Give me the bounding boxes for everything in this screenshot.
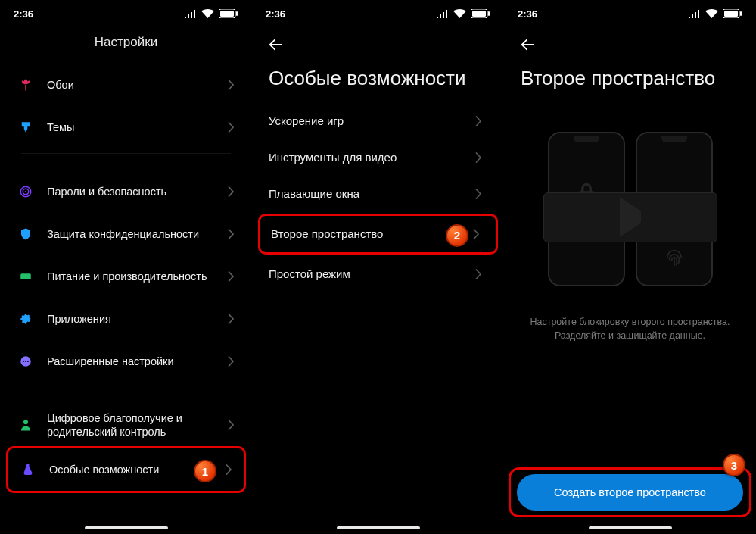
special-item-label: Ускорение игр [269, 114, 475, 127]
special-item-label: Простой режим [269, 267, 475, 280]
step-badge-2: 2 [446, 224, 468, 247]
bolt-icon [15, 270, 36, 283]
svg-rect-17 [740, 11, 742, 16]
special-item-floating[interactable]: Плавающие окна [252, 176, 504, 212]
chevron-right-icon [475, 152, 487, 163]
hint-text: Настройте блокировку второго пространств… [518, 315, 742, 342]
special-item-game-boost[interactable]: Ускорение игр [252, 103, 504, 139]
settings-item-label: Питание и производительность [47, 270, 225, 283]
svg-rect-2 [236, 11, 238, 16]
back-button[interactable] [266, 35, 285, 55]
status-time: 2:36 [518, 8, 537, 20]
special-item-label: Плавающие окна [269, 187, 475, 200]
settings-item-label: Защита конфиденциальности [47, 227, 225, 241]
battery-icon [723, 9, 742, 18]
transfer-arrow-icon [620, 211, 641, 224]
status-time: 2:36 [266, 8, 285, 20]
person-icon [15, 418, 36, 432]
special-item-simple-mode[interactable]: Простой режим [252, 256, 504, 292]
phone-screen-2: 2:36 Особые возможности Ускорение игрИнс… [252, 0, 504, 534]
battery-icon [471, 9, 490, 18]
wifi-icon [453, 9, 466, 18]
chevron-right-icon [225, 356, 237, 367]
statusbar: 2:36 [252, 0, 504, 27]
settings-item-more[interactable]: Расширенные настройки [6, 340, 246, 383]
signal-icon [689, 9, 701, 18]
home-indicator [85, 526, 168, 529]
chevron-right-icon [475, 116, 487, 126]
settings-item-label: Цифровое благополучие и родительский кон… [47, 411, 225, 439]
svg-rect-16 [724, 11, 738, 17]
settings-item-themes[interactable]: Темы [6, 106, 246, 148]
home-indicator [337, 526, 420, 529]
settings-item-privacy[interactable]: Защита конфиденциальности [6, 213, 246, 255]
chevron-right-icon [475, 189, 487, 199]
special-item-video-tools[interactable]: Инструменты для видео [252, 139, 504, 176]
settings-item-label: Расширенные настройки [47, 354, 225, 368]
svg-point-11 [23, 420, 28, 424]
step-badge-3: 3 [723, 454, 745, 476]
settings-item-wellbeing[interactable]: Цифровое благополучие и родительский кон… [6, 404, 246, 446]
svg-rect-6 [20, 273, 31, 279]
signal-icon [437, 9, 449, 18]
target-icon [15, 185, 36, 198]
svg-point-9 [25, 361, 26, 362]
gear-icon [15, 312, 36, 326]
chevron-right-icon [225, 314, 237, 324]
chevron-right-icon [225, 271, 237, 282]
create-second-space-button[interactable]: Создать второе пространство [517, 474, 743, 511]
settings-item-battery-perf[interactable]: Питание и производительность [6, 255, 246, 298]
settings-item-label: Темы [47, 120, 225, 134]
tulip-icon [15, 78, 36, 92]
svg-point-8 [23, 361, 24, 362]
chevron-right-icon [473, 229, 485, 239]
dots-icon [15, 354, 36, 368]
svg-point-5 [25, 191, 26, 192]
page-title: Второе пространство [504, 62, 756, 103]
home-indicator [589, 526, 672, 529]
svg-rect-13 [472, 11, 486, 17]
settings-item-apps[interactable]: Приложения [6, 298, 246, 340]
composite-screenshot: 2:36 Настройки ОбоиТемыПароли и безопасн… [0, 0, 756, 534]
chevron-right-icon [225, 186, 237, 197]
page-title: Настройки [0, 27, 252, 64]
chevron-right-icon [225, 80, 237, 90]
brush-icon [15, 120, 36, 134]
phone-screen-1: 2:36 Настройки ОбоиТемыПароли и безопасн… [0, 0, 252, 534]
highlight-frame: Создать второе пространство [509, 467, 751, 517]
fingerprint-icon [664, 247, 685, 271]
chevron-right-icon [225, 229, 237, 239]
special-item-label: Инструменты для видео [269, 151, 475, 164]
settings-item-security[interactable]: Пароли и безопасность [6, 170, 246, 213]
chevron-right-icon [475, 269, 487, 279]
wifi-icon [201, 9, 214, 18]
settings-item-special[interactable]: Особые возможности1 [6, 446, 246, 493]
chevron-right-icon [222, 464, 235, 475]
settings-item-label: Пароли и безопасность [47, 185, 225, 198]
statusbar: 2:36 [0, 0, 252, 27]
shield-icon [15, 227, 36, 241]
status-time: 2:36 [14, 8, 33, 20]
back-button[interactable] [518, 35, 537, 55]
page-title: Особые возможности [252, 62, 504, 103]
signal-icon [185, 9, 197, 18]
flask-icon [17, 463, 39, 476]
svg-point-10 [27, 361, 29, 362]
battery-icon [219, 9, 238, 18]
phone-screen-3: 2:36 Второе пространство [504, 0, 756, 534]
settings-item-label: Обои [47, 78, 225, 92]
chevron-right-icon [225, 420, 237, 430]
settings-item-wallpaper[interactable]: Обои [6, 64, 246, 106]
special-item-label: Второе пространство [271, 227, 473, 240]
svg-rect-14 [488, 11, 490, 16]
special-item-second-space[interactable]: Второе пространство2 [258, 214, 498, 255]
chevron-right-icon [225, 122, 237, 133]
statusbar: 2:36 [504, 0, 756, 27]
settings-item-label: Приложения [47, 312, 225, 326]
wifi-icon [705, 9, 718, 18]
second-space-illustration: Настройте блокировку второго пространств… [504, 103, 756, 348]
svg-rect-1 [220, 11, 234, 17]
step-badge-1: 1 [194, 460, 216, 482]
